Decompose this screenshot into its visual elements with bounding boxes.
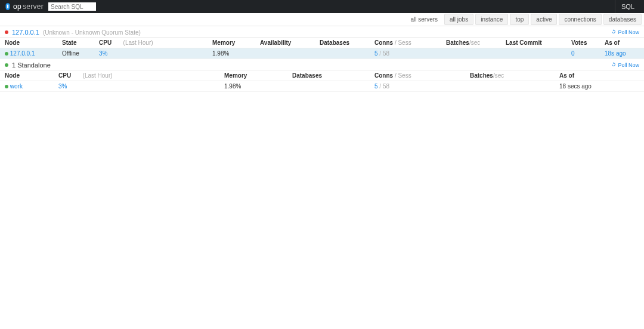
group-title-link[interactable]: 127.0.0.1 — [12, 29, 39, 36]
group-127: 127.0.0.1 (Unknown - Unknown Quorum Stat… — [0, 26, 644, 59]
col-conns: Conns / Sess — [370, 38, 441, 48]
cell-batches — [465, 81, 555, 92]
poll-now-link[interactable]: Poll Now — [611, 29, 639, 35]
cell-databases — [287, 81, 370, 92]
tab-instance[interactable]: instance — [475, 14, 508, 25]
refresh-icon — [611, 62, 616, 68]
col-cpu: CPU (Last Hour) — [54, 70, 219, 81]
poll-now-label: Poll Now — [618, 62, 639, 68]
cell-availability — [255, 48, 315, 59]
tab-all-servers[interactable]: all servers — [405, 14, 442, 24]
col-cpu: CPU (Last Hour) — [94, 38, 208, 48]
cell-conns: 5 / 58 — [370, 48, 441, 59]
table-header-row: Node CPU (Last Hour) Memory Databases Co… — [0, 70, 644, 81]
cell-cpu: 3% — [54, 81, 219, 92]
group-title-note: (Unknown - Unknown Quorum State) — [43, 29, 141, 36]
node-link[interactable]: work — [10, 83, 23, 90]
table-row[interactable]: 127.0.0.1 Offline 3% 1.98% 5 / 58 0 18s … — [0, 48, 644, 59]
tab-top[interactable]: top — [510, 14, 529, 25]
group-127-header: 127.0.0.1 (Unknown - Unknown Quorum Stat… — [0, 26, 644, 37]
group-standalone-table: Node CPU (Last Hour) Memory Databases Co… — [0, 70, 644, 92]
col-memory: Memory — [219, 70, 287, 81]
poll-now-label: Poll Now — [618, 29, 639, 35]
cell-asof: 18 secs ago — [555, 81, 644, 92]
tab-active[interactable]: active — [531, 14, 557, 25]
app-logo[interactable]: opserver — [4, 2, 44, 11]
tab-all-jobs[interactable]: all jobs — [444, 14, 473, 25]
cell-memory: 1.98% — [219, 81, 287, 92]
col-databases: Databases — [287, 70, 370, 81]
col-batches: Batches/sec — [465, 70, 555, 81]
table-header-row: Node State CPU (Last Hour) Memory Availa… — [0, 38, 644, 48]
topbar: opserver SQL — [0, 0, 644, 13]
col-asof: As of — [555, 70, 644, 81]
col-node: Node — [0, 70, 54, 81]
cell-votes: 0 — [566, 48, 600, 59]
cell-asof: 18s ago — [600, 48, 644, 59]
cell-batches — [441, 48, 501, 59]
col-conns: Conns / Sess — [370, 70, 465, 81]
search-input[interactable] — [48, 2, 96, 11]
col-votes: Votes — [566, 38, 600, 48]
logo-text-server: server — [23, 2, 44, 11]
group-127-table: Node State CPU (Last Hour) Memory Availa… — [0, 37, 644, 59]
table-row[interactable]: work 3% 1.98% 5 / 58 18 secs ago — [0, 81, 644, 92]
cell-databases — [315, 48, 370, 59]
col-state: State — [57, 38, 94, 48]
cell-conns: 5 / 58 — [370, 81, 465, 92]
col-batches: Batches/sec — [441, 38, 501, 48]
poll-now-link[interactable]: Poll Now — [611, 62, 639, 68]
tabstrip: all servers all jobs instance top active… — [0, 13, 644, 26]
group-standalone-header: 1 Standalone Poll Now — [0, 59, 644, 70]
status-dot-icon — [5, 52, 8, 56]
top-tab-sql[interactable]: SQL — [615, 0, 640, 13]
col-availability: Availability — [255, 38, 315, 48]
tab-connections[interactable]: connections — [559, 14, 601, 25]
status-dot-icon — [5, 30, 8, 34]
cell-last-commit — [501, 48, 566, 59]
cell-cpu: 3% — [94, 48, 208, 59]
tab-databases[interactable]: databases — [603, 14, 642, 25]
logo-text-op: op — [13, 2, 21, 11]
col-databases: Databases — [315, 38, 370, 48]
group-title: 1 Standalone — [12, 62, 51, 69]
col-asof: As of — [600, 38, 644, 48]
refresh-icon — [611, 29, 616, 35]
status-dot-icon — [5, 63, 8, 67]
status-dot-icon — [5, 85, 8, 88]
col-memory: Memory — [208, 38, 255, 48]
group-standalone: 1 Standalone Poll Now Node CPU (Last Hou… — [0, 59, 644, 92]
cell-state: Offline — [57, 48, 94, 59]
cell-memory: 1.98% — [208, 48, 255, 59]
col-node: Node — [0, 38, 57, 48]
col-last-commit: Last Commit — [501, 38, 566, 48]
logo-icon — [4, 2, 12, 11]
node-link[interactable]: 127.0.0.1 — [10, 50, 35, 57]
